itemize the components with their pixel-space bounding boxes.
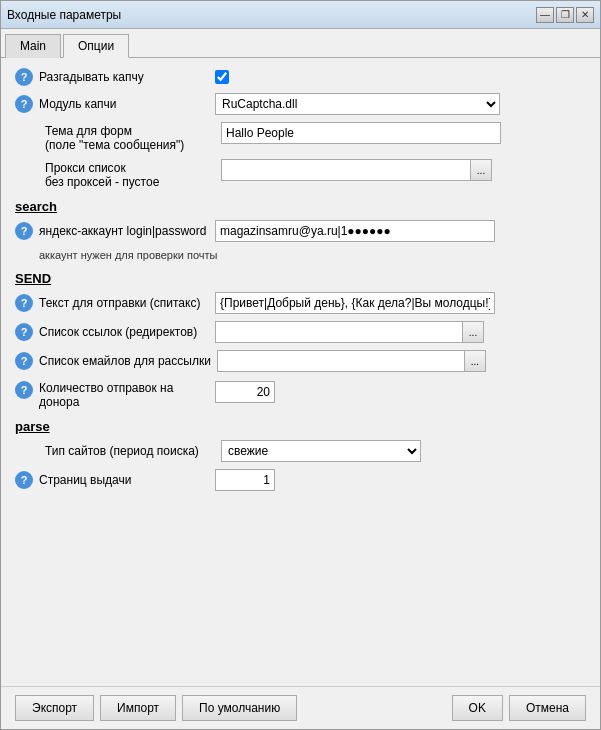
yandex-account-label: яндекс-аккаунт login|password — [39, 224, 209, 238]
default-button[interactable]: По умолчанию — [182, 695, 297, 721]
send-text-help-icon[interactable]: ? — [15, 294, 33, 312]
restore-button[interactable]: ❐ — [556, 7, 574, 23]
close-button[interactable]: ✕ — [576, 7, 594, 23]
solve-captcha-checkbox[interactable] — [215, 70, 229, 84]
minimize-button[interactable]: — — [536, 7, 554, 23]
solve-captcha-help-icon[interactable]: ? — [15, 68, 33, 86]
bottom-bar: Экспорт Импорт По умолчанию OK Отмена — [1, 686, 600, 729]
sends-per-donor-help-icon[interactable]: ? — [15, 381, 33, 399]
window-title: Входные параметры — [7, 8, 121, 22]
proxy-list-label: Прокси списокбез проксей - пустое — [45, 159, 215, 189]
account-note: аккаунт нужен для проверки почты — [39, 249, 586, 261]
site-type-label: Тип сайтов (период поиска) — [45, 444, 215, 458]
tab-main[interactable]: Main — [5, 34, 61, 58]
emails-input[interactable] — [217, 350, 465, 372]
links-input[interactable] — [215, 321, 463, 343]
yandex-account-input[interactable] — [215, 220, 495, 242]
content-area: ? Разгадывать капчу ? Модуль капчи RuCap… — [1, 58, 600, 686]
solve-captcha-label: Разгадывать капчу — [39, 70, 209, 84]
proxy-input-container: ... — [221, 159, 492, 181]
captcha-module-help-icon[interactable]: ? — [15, 95, 33, 113]
captcha-module-select[interactable]: RuCaptcha.dll — [215, 93, 500, 115]
links-browse-button[interactable]: ... — [462, 321, 484, 343]
form-theme-input[interactable] — [221, 122, 501, 144]
tab-options[interactable]: Опции — [63, 34, 129, 58]
pages-help-icon[interactable]: ? — [15, 471, 33, 489]
send-section-header: SEND — [15, 271, 586, 286]
main-window: Входные параметры — ❐ ✕ Main Опции ? Раз… — [0, 0, 601, 730]
site-type-select[interactable]: свежие старые все — [221, 440, 421, 462]
links-help-icon[interactable]: ? — [15, 323, 33, 341]
form-theme-row: Тема для форм(поле "тема сообщения") — [15, 122, 586, 152]
emails-label: Список емайлов для рассылки — [39, 354, 211, 368]
links-row: ? Список ссылок (редиректов) ... — [15, 321, 586, 343]
form-theme-label: Тема для форм(поле "тема сообщения") — [45, 122, 215, 152]
import-button[interactable]: Импорт — [100, 695, 176, 721]
yandex-account-help-icon[interactable]: ? — [15, 222, 33, 240]
yandex-account-row: ? яндекс-аккаунт login|password — [15, 220, 586, 242]
pages-row: ? Страниц выдачи — [15, 469, 586, 491]
proxy-list-input[interactable] — [221, 159, 471, 181]
links-label: Список ссылок (редиректов) — [39, 325, 209, 339]
tab-bar: Main Опции — [1, 29, 600, 58]
captcha-module-row: ? Модуль капчи RuCaptcha.dll — [15, 93, 586, 115]
pages-input[interactable] — [215, 469, 275, 491]
captcha-module-label: Модуль капчи — [39, 97, 209, 111]
emails-browse-button[interactable]: ... — [464, 350, 486, 372]
bottom-left-buttons: Экспорт Импорт По умолчанию — [15, 695, 297, 721]
parse-section-header: parse — [15, 419, 586, 434]
send-text-row: ? Текст для отправки (спитакс) — [15, 292, 586, 314]
ok-button[interactable]: OK — [452, 695, 503, 721]
sends-per-donor-input[interactable] — [215, 381, 275, 403]
bottom-right-buttons: OK Отмена — [452, 695, 586, 721]
title-bar: Входные параметры — ❐ ✕ — [1, 1, 600, 29]
solve-captcha-row: ? Разгадывать капчу — [15, 68, 586, 86]
proxy-browse-button[interactable]: ... — [470, 159, 492, 181]
emails-row: ? Список емайлов для рассылки ... — [15, 350, 586, 372]
pages-label: Страниц выдачи — [39, 473, 209, 487]
sends-per-donor-row: ? Количество отправок надонора — [15, 379, 586, 409]
cancel-button[interactable]: Отмена — [509, 695, 586, 721]
search-section-header: search — [15, 199, 586, 214]
title-bar-buttons: — ❐ ✕ — [536, 7, 594, 23]
site-type-row: Тип сайтов (период поиска) свежие старые… — [15, 440, 586, 462]
emails-help-icon[interactable]: ? — [15, 352, 33, 370]
emails-input-container: ... — [217, 350, 486, 372]
sends-per-donor-label: Количество отправок надонора — [39, 379, 209, 409]
links-input-container: ... — [215, 321, 484, 343]
send-text-label: Текст для отправки (спитакс) — [39, 296, 209, 310]
export-button[interactable]: Экспорт — [15, 695, 94, 721]
proxy-list-row: Прокси списокбез проксей - пустое ... — [15, 159, 586, 189]
send-text-input[interactable] — [215, 292, 495, 314]
